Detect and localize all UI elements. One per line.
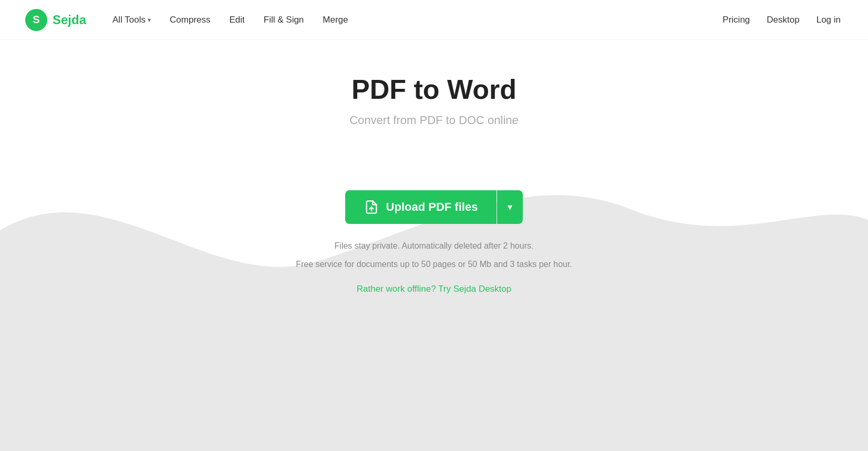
- nav-item-all-tools[interactable]: All Tools ▾: [105, 11, 158, 29]
- nav-item-compress[interactable]: Compress: [162, 11, 218, 29]
- privacy-line1: Files stay private. Automatically delete…: [335, 239, 534, 253]
- pdf-file-icon: [364, 200, 379, 214]
- pricing-link[interactable]: Pricing: [720, 11, 752, 29]
- main-content: PDF to Word Convert from PDF to DOC onli…: [0, 40, 868, 451]
- main-nav: All Tools ▾ Compress Edit Fill & Sign Me…: [105, 11, 355, 29]
- nav-item-edit[interactable]: Edit: [222, 11, 252, 29]
- desktop-link[interactable]: Desktop: [764, 11, 801, 29]
- nav-item-merge[interactable]: Merge: [315, 11, 355, 29]
- content-area: Upload PDF files ▾ Files stay private. A…: [0, 190, 868, 294]
- offline-desktop-link[interactable]: Rather work offline? Try Sejda Desktop: [357, 284, 512, 294]
- upload-button[interactable]: Upload PDF files: [345, 190, 497, 224]
- upload-button-label: Upload PDF files: [386, 200, 478, 214]
- logo[interactable]: S Sejda: [25, 9, 86, 31]
- logo-text: Sejda: [53, 13, 86, 27]
- header-right: Pricing Desktop Log in: [720, 11, 843, 29]
- page-title: PDF to Word: [352, 74, 516, 105]
- privacy-line2: Free service for documents up to 50 page…: [296, 257, 572, 271]
- page-subtitle: Convert from PDF to DOC online: [349, 114, 519, 127]
- logo-icon: S: [25, 9, 47, 31]
- dropdown-arrow-icon: ▾: [508, 201, 512, 213]
- login-link[interactable]: Log in: [814, 11, 843, 29]
- header: S Sejda All Tools ▾ Compress Edit Fill &…: [0, 0, 868, 40]
- upload-dropdown-button[interactable]: ▾: [497, 190, 523, 224]
- nav-item-fill-sign[interactable]: Fill & Sign: [256, 11, 312, 29]
- header-left: S Sejda All Tools ▾ Compress Edit Fill &…: [25, 9, 356, 31]
- chevron-down-icon: ▾: [148, 16, 151, 24]
- upload-button-container: Upload PDF files ▾: [345, 190, 523, 224]
